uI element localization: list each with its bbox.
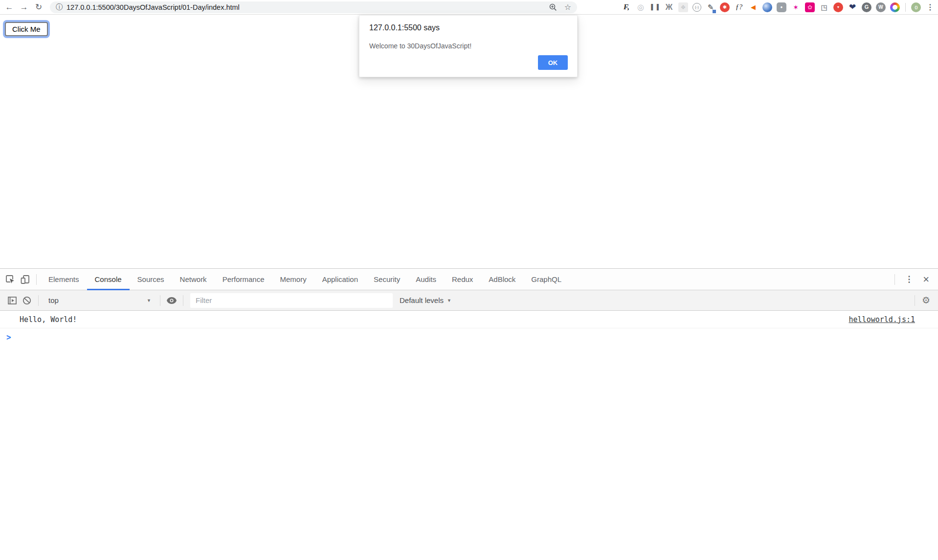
log-levels-dropdown[interactable]: Default levels ▼ <box>400 296 451 304</box>
address-bar[interactable]: ⓘ 127.0.0.1:5500/30DaysOfJavaScript/01-D… <box>50 1 577 13</box>
color-ring-icon[interactable] <box>890 2 900 12</box>
alert-dialog-title: 127.0.0.1:5500 says <box>369 23 567 32</box>
blocks-icon[interactable]: ◳ <box>819 2 829 12</box>
alert-dialog-message: Welcome to 30DaysOfJavaScript! <box>369 42 567 50</box>
toolbar-separator <box>183 295 183 306</box>
tab-graphql[interactable]: GraphQL <box>523 269 569 290</box>
tabbar-separator <box>894 274 895 285</box>
tab-application[interactable]: Application <box>314 269 366 290</box>
stop-hand-icon[interactable]: ✱ <box>720 2 730 12</box>
tab-security[interactable]: Security <box>366 269 408 290</box>
blue-orb-icon[interactable] <box>762 2 772 12</box>
click-me-button[interactable]: Click Me <box>5 22 48 36</box>
bookmark-icon[interactable]: ▼ <box>833 2 843 12</box>
tab-redux[interactable]: Redux <box>444 269 481 290</box>
console-log-message: Hello, World! <box>20 315 77 324</box>
devtools-close-icon[interactable]: × <box>919 274 933 285</box>
bookmark-star-icon[interactable]: ☆ <box>564 3 571 11</box>
zoom-magnifier-icon[interactable] <box>549 3 557 11</box>
tab-elements[interactable]: Elements <box>41 269 87 290</box>
settings-gear-icon[interactable]: ⚙ <box>919 295 933 306</box>
site-info-icon[interactable]: ⓘ <box>56 3 63 12</box>
grid-icon[interactable]: ❖ <box>678 2 688 12</box>
tab-memory[interactable]: Memory <box>272 269 314 290</box>
tab-performance[interactable]: Performance <box>215 269 272 290</box>
chevron-down-icon: ▼ <box>147 298 151 303</box>
columns-icon[interactable]: ▌▐ <box>650 2 660 12</box>
url-text: 127.0.0.1:5500/30DaysOfJavaScript/01-Day… <box>67 3 240 11</box>
device-toolbar-icon[interactable] <box>18 272 32 287</box>
heart-search-icon[interactable]: ❤ <box>848 2 857 12</box>
eyedropper-icon[interactable]: ✎ <box>706 2 715 12</box>
log-levels-value: Default levels <box>400 296 444 304</box>
tab-audits[interactable]: Audits <box>408 269 444 290</box>
pink-gear-icon[interactable]: ✿ <box>805 2 815 12</box>
target-spiral-icon[interactable]: ◎ <box>636 2 646 12</box>
fonts-ninja-icon[interactable]: F, <box>622 2 631 12</box>
console-log-row: Hello, World! helloworld.js:1 <box>0 311 938 328</box>
toolbar-separator <box>160 295 160 306</box>
toolbar-separator <box>915 295 915 306</box>
color-ring-center <box>893 5 897 10</box>
extensions-bar: F, ◎ ▌▐ Ж ❖ (-) ✎ ✱ ƒ? ◀ ● ✶ ✿ ◳ ▼ ❤ G W… <box>622 2 921 12</box>
console-input-row[interactable]: > <box>0 328 938 345</box>
tabbar-separator <box>36 274 37 285</box>
console-prompt-icon: > <box>6 331 11 342</box>
chevron-down-icon: ▼ <box>447 298 451 303</box>
console-toolbar: top ▼ Default levels ▼ ⚙ <box>0 290 938 311</box>
alert-ok-button[interactable]: OK <box>538 55 568 70</box>
toolbar-separator <box>38 295 39 306</box>
browser-menu-icon[interactable]: ⋮ <box>926 2 933 12</box>
nav-controls: ← → ↻ <box>5 3 43 11</box>
code-parens-icon[interactable]: (-) <box>692 3 701 12</box>
devtools-panel: Elements Console Sources Network Perform… <box>0 268 938 560</box>
alert-dialog: 127.0.0.1:5500 says Welcome to 30DaysOfJ… <box>359 15 578 77</box>
console-sidebar-toggle-icon[interactable] <box>5 293 20 308</box>
back-icon[interactable]: ← <box>5 3 14 11</box>
devtools-menu-icon[interactable]: ⋮ <box>899 274 919 284</box>
tab-network[interactable]: Network <box>172 269 215 290</box>
console-source-link[interactable]: helloworld.js:1 <box>849 315 915 324</box>
tab-sources[interactable]: Sources <box>130 269 172 290</box>
context-selector-value: top <box>48 296 59 304</box>
omnibox-actions: ☆ <box>549 3 571 11</box>
function-help-icon[interactable]: ƒ? <box>734 2 744 12</box>
g-circle-icon[interactable]: G <box>862 2 871 12</box>
clear-console-icon[interactable] <box>20 293 34 308</box>
browser-toolbar: ← → ↻ ⓘ 127.0.0.1:5500/30DaysOfJavaScrip… <box>0 0 938 15</box>
page-content: Click Me 127.0.0.1:5500 says Welcome to … <box>0 15 938 268</box>
camera-icon[interactable]: ● <box>777 2 786 12</box>
context-selector[interactable]: top ▼ <box>43 296 156 304</box>
toolbar-separator <box>905 3 906 12</box>
json-braces-icon[interactable]: { } <box>911 2 921 12</box>
browser-window: ← → ↻ ⓘ 127.0.0.1:5500/30DaysOfJavaScrip… <box>0 0 938 560</box>
reload-icon[interactable]: ↻ <box>34 3 43 11</box>
tab-console[interactable]: Console <box>87 269 130 290</box>
tab-adblock[interactable]: AdBlock <box>481 269 523 290</box>
w-circle-icon[interactable]: W <box>876 2 886 12</box>
megaphone-icon[interactable]: ◀ <box>748 2 758 12</box>
graphql-icon[interactable]: ✶ <box>791 2 801 12</box>
filter-input[interactable] <box>190 293 393 308</box>
inspect-element-icon[interactable] <box>3 272 18 287</box>
live-expression-eye-icon[interactable] <box>164 293 179 308</box>
forward-icon[interactable]: → <box>20 3 28 11</box>
devtools-tabbar: Elements Console Sources Network Perform… <box>0 269 938 290</box>
bug-icon[interactable]: Ж <box>664 2 674 12</box>
